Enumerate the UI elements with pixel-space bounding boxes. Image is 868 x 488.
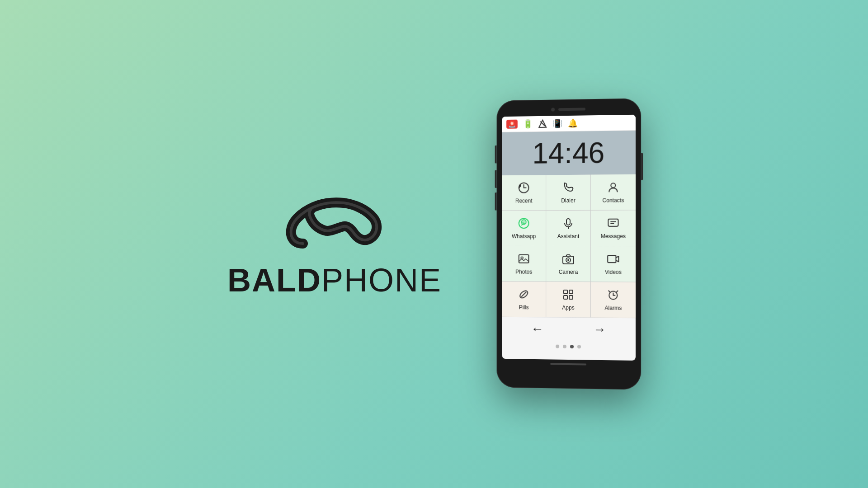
svg-rect-15 [608, 255, 616, 263]
brand-name: BALDPHONE [227, 262, 442, 299]
videos-icon [607, 253, 619, 267]
videos-label: Videos [605, 269, 622, 275]
power-button[interactable] [641, 153, 643, 180]
whatsapp-icon [518, 217, 530, 231]
svg-rect-18 [564, 290, 567, 294]
bell-icon: 🔔 [568, 118, 578, 128]
logo-section: BALDPHONE [227, 189, 442, 299]
svg-rect-10 [519, 255, 529, 263]
app-cell-assistant[interactable]: Assistant [546, 211, 590, 246]
dot-3-active [570, 345, 574, 348]
pills-icon [518, 288, 530, 302]
whatsapp-label: Whatsapp [512, 233, 536, 239]
clock-area: 14:46 [502, 131, 636, 175]
silent-button[interactable] [495, 192, 497, 211]
app-cell-videos[interactable]: Videos [591, 246, 636, 282]
camera-label: Camera [559, 269, 578, 275]
page-indicator [502, 340, 636, 353]
svg-rect-20 [564, 296, 567, 299]
assistant-label: Assistant [557, 233, 580, 239]
svg-rect-19 [569, 290, 573, 294]
phone-screen: 🚨 🔋 📳 🔔 14:46 [502, 115, 636, 361]
phone-mockup: 🚨 🔋 📳 🔔 14:46 [497, 98, 642, 389]
dialer-label: Dialer [561, 197, 575, 204]
photos-label: Photos [515, 269, 532, 275]
svg-point-14 [567, 259, 569, 261]
volume-up-button[interactable] [495, 145, 497, 164]
navigation-row: ← → [502, 317, 636, 342]
app-cell-apps[interactable]: Apps [546, 282, 590, 318]
vibrate-icon: 📳 [552, 118, 562, 128]
apps-label: Apps [562, 305, 574, 311]
messages-label: Messages [601, 233, 626, 239]
back-button[interactable]: ← [531, 322, 543, 336]
app-cell-dialer[interactable]: Dialer [546, 175, 590, 211]
phone-bottom-bar [502, 359, 636, 368]
app-cell-photos[interactable]: Photos [502, 246, 546, 282]
dialer-icon [562, 181, 575, 196]
sos-alarm-icon: 🚨 [506, 120, 518, 129]
app-grid: Recent Dialer [502, 174, 636, 318]
svg-rect-5 [566, 219, 570, 225]
photos-icon [518, 253, 530, 267]
battery-icon: 🔋 [523, 119, 533, 129]
forward-button[interactable]: → [593, 322, 606, 337]
recent-label: Recent [515, 197, 533, 204]
camera-icon [562, 253, 575, 267]
alarms-label: Alarms [605, 305, 622, 311]
app-cell-alarms[interactable]: Alarms [591, 282, 636, 318]
app-cell-recent[interactable]: Recent [502, 175, 546, 210]
app-cell-whatsapp[interactable]: Whatsapp [502, 211, 546, 246]
dot-1 [556, 345, 559, 348]
app-cell-camera[interactable]: Camera [546, 246, 590, 282]
dot-2 [563, 345, 566, 348]
pills-label: Pills [519, 304, 529, 310]
apps-icon [562, 288, 575, 303]
home-bar[interactable] [550, 363, 586, 365]
app-cell-contacts[interactable]: Contacts [591, 174, 636, 210]
no-signal-icon [538, 119, 547, 128]
app-cell-messages[interactable]: Messages [591, 210, 636, 246]
alarms-icon [607, 288, 619, 303]
earpiece [558, 108, 585, 111]
page-container: BALDPHONE 🚨 🔋 📳 🔔 [0, 0, 868, 488]
svg-rect-7 [608, 219, 618, 226]
status-bar: 🚨 🔋 📳 🔔 [502, 115, 636, 132]
messages-icon [607, 217, 619, 231]
clock-display: 14:46 [509, 138, 628, 168]
svg-point-3 [611, 183, 615, 188]
contacts-icon [607, 181, 619, 195]
phone-logo-icon [280, 189, 389, 253]
svg-rect-21 [569, 296, 573, 299]
app-cell-pills[interactable]: Pills [502, 282, 546, 317]
recent-icon [518, 182, 530, 196]
front-camera [551, 108, 555, 111]
contacts-label: Contacts [603, 197, 624, 203]
assistant-icon [562, 217, 575, 231]
dot-4 [577, 345, 581, 348]
volume-down-button[interactable] [495, 170, 497, 188]
